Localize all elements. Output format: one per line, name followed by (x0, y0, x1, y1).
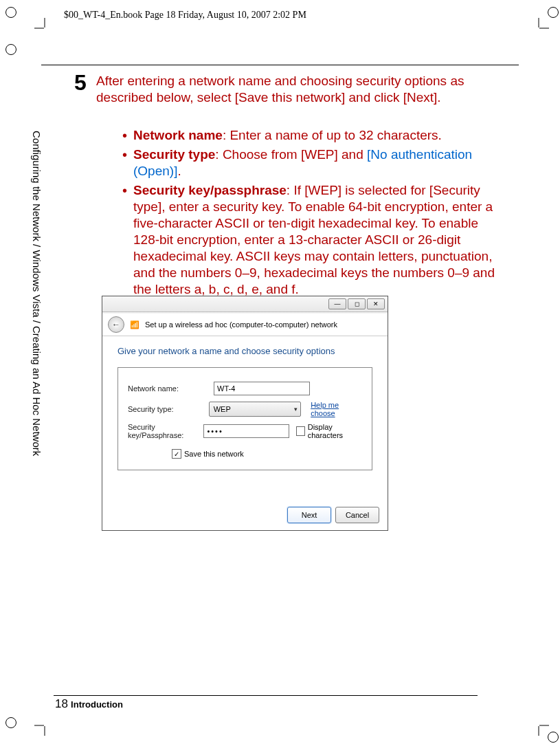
back-arrow-icon: ← (112, 320, 120, 329)
checkbox-checked-icon: ✓ (172, 449, 181, 459)
adhoc-network-dialog: — ◻ ✕ ← 📶 Set up a wireless ad hoc (comp… (102, 296, 388, 531)
wizard-title: Set up a wireless ad hoc (computer-to-co… (145, 320, 337, 329)
registration-mark-icon (548, 732, 559, 743)
page-footer: 18 Introduction (55, 697, 123, 711)
close-button[interactable]: ✕ (367, 298, 385, 309)
step-instruction: After entering a network name and choosi… (96, 73, 471, 106)
footer-rule (54, 695, 478, 696)
checkbox-label: Display characters (308, 423, 362, 439)
back-button[interactable]: ← (108, 316, 124, 333)
footer-section: Introduction (71, 699, 123, 710)
crop-mark-br (528, 715, 549, 736)
bullet-text: : Choose from [WEP] and (215, 147, 367, 162)
checkbox-icon (296, 426, 305, 436)
registration-mark-icon (548, 7, 559, 18)
check-icon: ✓ (174, 450, 179, 458)
print-header: $00_WT-4_En.book Page 18 Friday, August … (64, 10, 306, 21)
window-titlebar: — ◻ ✕ (102, 296, 388, 312)
registration-mark-icon (5, 7, 16, 18)
checkbox-label: Save this network (184, 450, 244, 458)
label-security-type: Security type: (128, 405, 209, 413)
security-type-dropdown[interactable]: WEP ▾ (209, 402, 301, 417)
save-network-checkbox[interactable]: ✓ Save this network (172, 449, 362, 459)
label-passphrase: Security key/Passphrase: (128, 423, 203, 439)
input-value: WT-4 (217, 384, 235, 393)
wizard-icon: 📶 (130, 320, 139, 329)
crop-mark-tr (528, 18, 549, 39)
bullet-dot: . (177, 164, 181, 178)
registration-mark-icon (5, 717, 16, 728)
row-network-name: Network name: WT-4 (128, 382, 362, 395)
page-number: 18 (55, 697, 68, 710)
bullet-security-key: Security key/passphrase: If [WEP] is sel… (122, 182, 500, 298)
dialog-button-bar: Next Cancel (287, 507, 379, 523)
dialog-subtitle: Give your network a name and choose secu… (117, 346, 372, 356)
form-group: Network name: WT-4 Security type: WEP ▾ … (117, 367, 372, 470)
input-value: •••• (207, 427, 223, 435)
bullet-text: : If [WEP] is selected for [Security typ… (133, 183, 495, 296)
next-button[interactable]: Next (287, 507, 331, 523)
dialog-body: Give your network a name and choose secu… (102, 336, 388, 470)
crop-mark-bl (34, 715, 55, 736)
bullet-security-type: Security type: Choose from [WEP] and [No… (122, 146, 500, 179)
help-me-choose-link[interactable]: Help me choose (311, 401, 362, 417)
maximize-button[interactable]: ◻ (348, 298, 366, 309)
crop-mark-tl (34, 18, 55, 39)
label-network-name: Network name: (128, 384, 214, 393)
display-characters-checkbox[interactable]: Display characters (296, 423, 362, 439)
wizard-header: ← 📶 Set up a wireless ad hoc (computer-t… (102, 312, 388, 336)
step-number: 5 (74, 70, 87, 96)
option-bullets: Network name: Enter a name of up to 32 c… (95, 124, 500, 300)
chevron-down-icon: ▾ (294, 406, 298, 413)
row-security-type: Security type: WEP ▾ Help me choose (128, 401, 362, 417)
bullet-label: Security key/passphrase (133, 183, 287, 197)
bullet-label: Security type (133, 147, 215, 162)
network-name-input[interactable]: WT-4 (214, 382, 310, 395)
bullet-network-name: Network name: Enter a name of up to 32 c… (122, 127, 500, 144)
dropdown-value: WEP (214, 405, 231, 413)
registration-mark-icon (5, 44, 16, 55)
bullet-text: : Enter a name of up to 32 characters. (223, 128, 442, 142)
minimize-button[interactable]: — (328, 298, 346, 309)
row-passphrase: Security key/Passphrase: •••• Display ch… (128, 423, 362, 439)
cancel-button[interactable]: Cancel (335, 507, 379, 523)
side-heading: Configuring the Network / Windows Vista … (31, 131, 43, 488)
bullet-label: Network name (133, 128, 223, 142)
top-rule (41, 65, 519, 65)
passphrase-input[interactable]: •••• (203, 424, 289, 438)
